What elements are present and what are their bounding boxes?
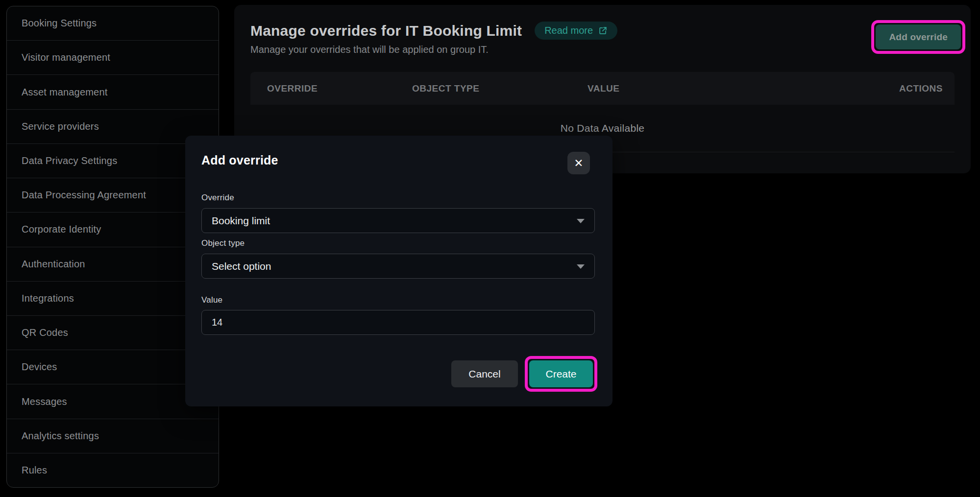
create-button[interactable]: Create [529,360,593,387]
sidebar-item-label: Messages [22,396,67,407]
override-select-value: Booking limit [212,215,270,227]
sidebar-item-label: Booking Settings [22,18,97,29]
override-field-label: Override [201,193,234,203]
sidebar-item-label: Analytics settings [22,430,99,442]
object-type-select[interactable]: Select option [201,254,595,279]
sidebar-item-label: Service providers [22,121,99,132]
sidebar-item[interactable]: Rules [7,453,219,487]
object-type-select-value: Select option [212,260,271,272]
add-override-modal: Add override ✕ Override Booking limit Ob… [185,136,612,406]
chevron-down-icon [577,264,585,269]
table-column-header: ACTIONS [899,83,943,94]
read-more-label: Read more [544,25,593,36]
sidebar-item-label: Integrations [22,293,74,304]
table-column-header: OBJECT TYPE [412,83,588,94]
sidebar-item-label: Asset management [22,87,108,98]
annotation-highlight-create: Create [525,356,597,392]
chevron-down-icon [577,219,585,223]
panel-header: Manage overrides for IT Booking Limit Re… [234,5,971,40]
value-input[interactable] [201,310,595,335]
sidebar-item-label: Rules [22,465,47,476]
table-column-header: OVERRIDE [267,83,412,94]
close-icon: ✕ [574,157,583,170]
sidebar-item-label: Devices [22,361,57,373]
sidebar-item[interactable]: Asset management [7,75,219,109]
external-link-icon [598,26,608,35]
close-button[interactable]: ✕ [567,152,590,174]
table-column-header: VALUE [588,83,842,94]
read-more-link[interactable]: Read more [535,22,617,40]
override-select[interactable]: Booking limit [201,208,595,233]
table-header-row: OVERRIDEOBJECT TYPEVALUEACTIONS [250,72,955,105]
empty-state-text: No Data Available [561,122,645,134]
sidebar-item-label: Corporate Identity [22,224,101,235]
sidebar-item-label: Visitor management [22,52,110,63]
add-override-button[interactable]: Add override [876,24,961,49]
annotation-highlight-add-override: Add override [871,20,965,54]
sidebar-item[interactable]: Analytics settings [7,419,219,453]
sidebar-item-label: Authentication [22,259,85,270]
sidebar-item-label: Data Privacy Settings [22,155,117,166]
sidebar-item[interactable]: Booking Settings [7,6,219,41]
sidebar-item-label: Data Processing Agreement [22,189,146,201]
value-field-label: Value [201,295,222,305]
sidebar-item[interactable]: Visitor management [7,41,219,75]
object-type-field-label: Object type [201,238,245,248]
panel-subtitle: Manage your overrides that will be appli… [234,40,971,55]
cancel-button[interactable]: Cancel [451,360,518,387]
modal-title: Add override [201,153,278,167]
page-title: Manage overrides for IT Booking Limit [250,23,522,39]
sidebar-item-label: QR Codes [22,327,68,338]
